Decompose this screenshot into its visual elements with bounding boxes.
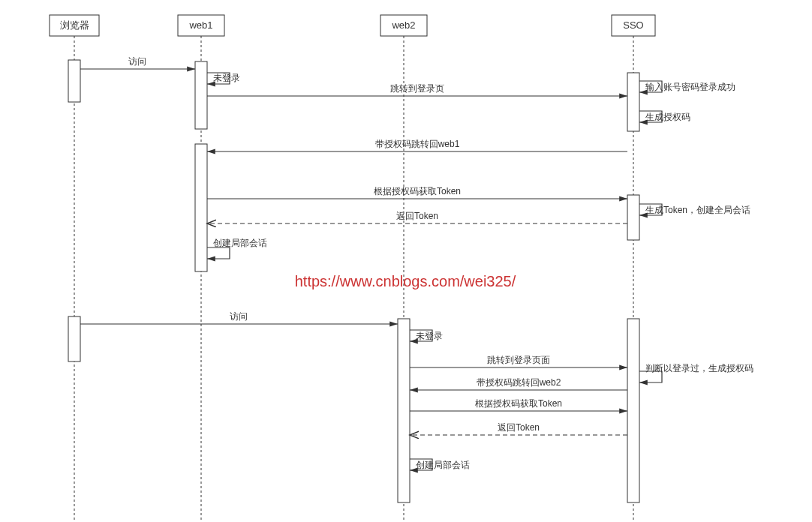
msg-jump-login-1: 跳转到登录页	[390, 83, 444, 94]
activation-web2-1	[398, 319, 410, 502]
watermark-text: https://www.cnblogs.com/wei325/	[295, 273, 516, 290]
activation-browser-2	[68, 316, 80, 362]
msg-visit-1: 访问	[128, 56, 146, 67]
activation-browser-1	[68, 60, 80, 102]
lifeline-label-web1: web1	[188, 20, 212, 31]
msg-login-success: 输入账号密码登录成功	[645, 82, 735, 92]
msg-already-logged: 判断以登录过，生成授权码	[645, 363, 753, 374]
msg-local-session-2: 创建局部会话	[416, 460, 470, 470]
msg-jump-login-2: 跳转到登录页面	[487, 355, 550, 365]
activation-web1-1	[195, 62, 207, 129]
msg-local-session-1: 创建局部会话	[213, 238, 267, 248]
activation-sso-3	[627, 319, 639, 502]
msg-not-logged-1: 未登录	[213, 73, 240, 83]
activation-web1-2	[195, 144, 207, 272]
lifeline-label-web2: web2	[391, 20, 415, 31]
msg-back-web2: 带授权码跳转回web2	[477, 377, 561, 388]
activation-sso-2	[627, 195, 639, 240]
activation-sso-1	[627, 73, 639, 131]
msg-return-token-2: 返回Token	[498, 422, 540, 433]
msg-return-token-1: 返回Token	[396, 211, 438, 221]
msg-back-web1: 带授权码跳转回web1	[375, 139, 460, 149]
msg-get-token-1: 根据授权码获取Token	[374, 186, 461, 196]
lifeline-label-browser: 浏览器	[60, 20, 89, 31]
msg-gen-authcode-1: 生成授权码	[645, 112, 690, 122]
msg-visit-2: 访问	[230, 311, 248, 322]
sequence-diagram: 浏览器 web1 web2 SSO 访问 未登录 跳转到登录页 输入账号密码登录…	[0, 0, 812, 522]
msg-gen-token: 生成Token，创建全局会话	[645, 205, 750, 215]
msg-get-token-2: 根据授权码获取Token	[475, 398, 562, 409]
msg-not-logged-2: 未登录	[416, 331, 443, 341]
lifeline-label-sso: SSO	[623, 20, 643, 31]
